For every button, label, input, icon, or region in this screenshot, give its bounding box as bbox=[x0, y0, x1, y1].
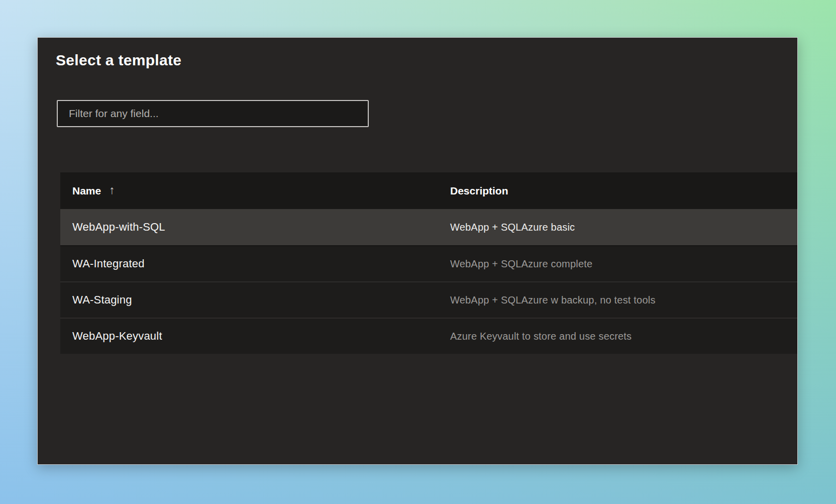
select-template-dialog: Select a template Name ↑ Description Web… bbox=[37, 37, 798, 465]
table-row[interactable]: WebApp-Keyvault Azure Keyvault to store … bbox=[60, 318, 797, 354]
templates-table: Name ↑ Description WebApp-with-SQL WebAp… bbox=[60, 172, 797, 354]
table-row[interactable]: WA-Integrated WebApp + SQLAzure complete bbox=[60, 245, 797, 281]
column-header-name[interactable]: Name ↑ bbox=[60, 185, 450, 197]
template-description-cell: Azure Keyvault to store and use secrets bbox=[450, 331, 797, 342]
template-description-cell: WebApp + SQLAzure basic bbox=[450, 222, 797, 233]
template-name-cell: WebApp-with-SQL bbox=[60, 221, 450, 234]
column-header-name-label: Name bbox=[72, 185, 101, 197]
column-header-description-label: Description bbox=[450, 185, 508, 196]
template-description-cell: WebApp + SQLAzure w backup, no test tool… bbox=[450, 294, 797, 306]
table-row[interactable]: WebApp-with-SQL WebApp + SQLAzure basic bbox=[60, 209, 797, 245]
template-description-cell: WebApp + SQLAzure complete bbox=[450, 258, 797, 270]
filter-input[interactable] bbox=[57, 100, 369, 127]
template-name-cell: WA-Staging bbox=[60, 293, 450, 307]
template-name-cell: WA-Integrated bbox=[60, 257, 450, 270]
template-name-cell: WebApp-Keyvault bbox=[60, 330, 450, 343]
dialog-title: Select a template bbox=[56, 52, 181, 69]
table-row[interactable]: WA-Staging WebApp + SQLAzure w backup, n… bbox=[60, 281, 797, 318]
desktop-background: { "dialog": { "title": "Select a templat… bbox=[0, 0, 836, 504]
table-header-row: Name ↑ Description bbox=[60, 172, 797, 209]
sort-ascending-icon: ↑ bbox=[109, 184, 115, 196]
column-header-description[interactable]: Description bbox=[450, 185, 797, 197]
